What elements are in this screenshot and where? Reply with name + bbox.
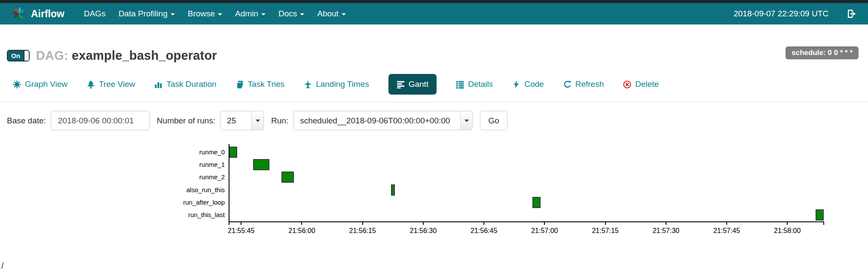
axis-tick-label: 21:57:00 (521, 227, 568, 235)
brand-name: Airflow (31, 8, 64, 20)
align-left-icon (397, 80, 405, 89)
refresh-icon (563, 80, 572, 89)
gantt-bar[interactable] (253, 159, 269, 170)
gantt-bar[interactable] (532, 197, 541, 208)
tab-label: Refresh (575, 80, 604, 89)
base-date-input[interactable] (51, 111, 150, 130)
gantt-bar[interactable] (391, 184, 395, 196)
axis-tick (362, 221, 363, 225)
nav-item-admin[interactable]: Admin (229, 9, 272, 18)
axis-tick (787, 221, 788, 225)
tab-refresh[interactable]: Refresh (563, 80, 604, 89)
pages-icon (236, 80, 244, 89)
axis-tick (823, 221, 824, 225)
y-axis-line (229, 144, 229, 222)
gantt-task-label: runme_0 (0, 148, 225, 156)
num-runs-select[interactable]: 25 (220, 111, 264, 130)
navbar-menu: DAGs Data Profiling Browse Admin Docs Ab… (77, 9, 352, 18)
tab-gantt[interactable]: Gantt (388, 74, 437, 95)
axis-tick (666, 221, 666, 225)
chevron-down-icon (342, 13, 346, 15)
run-select[interactable]: scheduled__2018-09-06T00:00:00+00:00 (293, 111, 473, 130)
axis-tick (483, 221, 484, 225)
run-value: scheduled__2018-09-06T00:00:00+00:00 (293, 116, 456, 126)
gantt-bar[interactable] (281, 172, 293, 183)
gantt-bar[interactable] (816, 209, 824, 221)
filter-form: Base date: Number of runs: 25 Run: sched… (7, 111, 868, 130)
x-axis-line (229, 221, 824, 222)
gantt-task-label: runme_2 (0, 173, 225, 181)
num-runs-label: Number of runs: (157, 116, 215, 126)
dag-pause-toggle[interactable]: On (7, 50, 30, 61)
axis-tick-label: 21:57:45 (703, 227, 750, 235)
chevron-down-icon (251, 111, 263, 130)
num-runs-value: 25 (220, 116, 242, 126)
nav-item-about[interactable]: About (311, 9, 352, 18)
axis-tick (726, 221, 727, 225)
toggle-knob (24, 51, 29, 61)
axis-tick (605, 221, 606, 225)
nav-item-label: About (317, 9, 339, 18)
tab-landing-times[interactable]: Landing Times (304, 80, 369, 89)
gantt-task-label: run_after_loop (0, 199, 225, 206)
tree-icon (87, 80, 95, 89)
toggle-on-label: On (8, 51, 24, 61)
airflow-brand[interactable]: Airflow (11, 6, 64, 21)
nav-item-dags[interactable]: DAGs (77, 9, 112, 18)
chevron-down-icon (261, 13, 266, 15)
tab-label: Graph View (25, 80, 67, 89)
nav-item-browse[interactable]: Browse (181, 9, 229, 18)
dag-name: example_bash_operator (72, 49, 217, 62)
bar-chart-icon (154, 80, 162, 89)
dag-prefix-label: DAG: (36, 49, 68, 62)
airflow-logo-icon (11, 6, 27, 21)
top-strip (0, 0, 868, 3)
run-label: Run: (271, 116, 288, 126)
tab-task-tries[interactable]: Task Tries (236, 80, 285, 89)
nav-item-data-profiling[interactable]: Data Profiling (112, 9, 181, 18)
list-icon (456, 80, 464, 89)
tab-code[interactable]: Code (512, 80, 544, 89)
axis-tick-label: 21:55:45 (217, 227, 265, 235)
logout-icon[interactable] (847, 9, 857, 19)
tab-details[interactable]: Details (456, 80, 493, 89)
footer-link[interactable]: / (1, 261, 4, 271)
go-button[interactable]: Go (480, 111, 507, 130)
axis-tick (544, 221, 545, 225)
axis-tick (301, 221, 302, 225)
navbar: Airflow DAGs Data Profiling Browse Admin… (0, 3, 868, 25)
axis-tick (423, 221, 424, 225)
tab-task-duration[interactable]: Task Duration (154, 80, 216, 89)
gantt-task-label: runme_1 (0, 161, 225, 168)
burst-icon (13, 80, 21, 89)
chevron-down-icon (300, 13, 304, 15)
chevron-down-icon (171, 13, 175, 15)
chevron-down-icon (460, 111, 472, 130)
tab-label: Code (524, 80, 544, 89)
schedule-badge: schedule: 0 0 * * * (785, 46, 859, 59)
nav-item-label: Admin (235, 9, 258, 18)
axis-tick-label: 21:57:15 (582, 227, 629, 235)
nav-item-docs[interactable]: Docs (272, 9, 311, 18)
divider (0, 102, 868, 102)
axis-tick-label: 21:56:45 (460, 227, 507, 235)
navbar-right: 2018-09-07 22:29:09 UTC (734, 9, 857, 19)
gantt-bar[interactable] (229, 147, 237, 158)
tab-label: Delete (635, 80, 659, 89)
axis-tick-label: 21:56:30 (400, 227, 447, 235)
view-tabs: Graph View Tree View Task Duration (13, 74, 868, 95)
plane-icon (304, 80, 312, 89)
nav-item-label: DAGs (84, 9, 106, 18)
tab-delete[interactable]: Delete (623, 80, 659, 89)
axis-tick-label: 21:56:15 (339, 227, 386, 235)
utc-clock: 2018-09-07 22:29:09 UTC (734, 9, 828, 18)
tab-label: Landing Times (316, 80, 369, 89)
tab-graph-view[interactable]: Graph View (13, 80, 67, 89)
axis-tick (229, 221, 229, 225)
chevron-down-icon (218, 13, 222, 15)
axis-tick-label: 21:56:00 (278, 227, 325, 235)
bolt-icon (512, 80, 520, 89)
tab-tree-view[interactable]: Tree View (87, 80, 135, 89)
gantt-chart: runme_0runme_1runme_2also_run_thisrun_af… (0, 142, 868, 250)
axis-tick (241, 221, 241, 225)
